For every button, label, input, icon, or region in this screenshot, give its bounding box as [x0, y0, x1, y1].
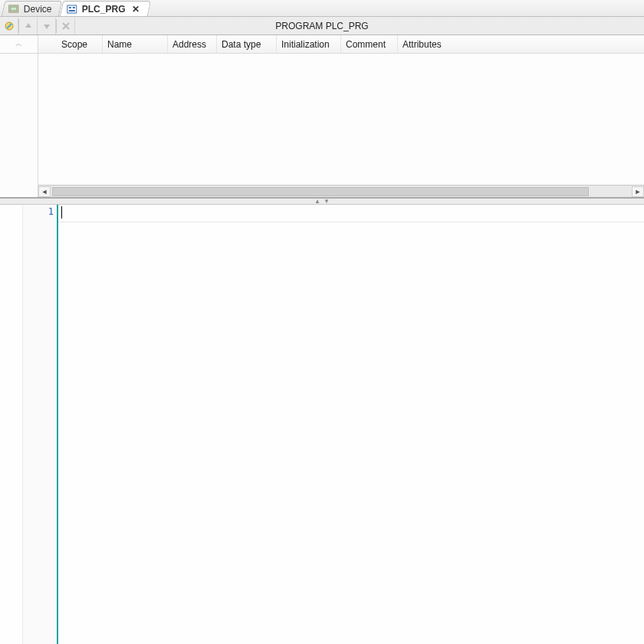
tab-device[interactable]: Device: [2, 1, 62, 16]
tab-label: PLC_PRG: [82, 4, 126, 15]
tab-label: Device: [24, 4, 52, 15]
column-attributes[interactable]: Attributes: [398, 35, 459, 53]
insert-variable-button[interactable]: [0, 18, 18, 34]
tab-strip: Device PLC_PRG ✕: [0, 0, 644, 17]
close-icon[interactable]: ✕: [130, 4, 140, 15]
scroll-left-icon[interactable]: ◄: [38, 186, 51, 197]
delete-button[interactable]: [57, 18, 75, 34]
pou-icon: [67, 4, 77, 15]
grip-up-icon: ▲: [314, 198, 320, 205]
code-editor-pane: 1: [0, 205, 644, 644]
line-separator: [58, 222, 644, 222]
column-datatype[interactable]: Data type: [217, 35, 277, 53]
text-caret: [61, 206, 62, 219]
column-initialization[interactable]: Initialization: [277, 35, 341, 53]
column-address[interactable]: Address: [168, 35, 217, 53]
code-line-number-gutter: 1: [23, 205, 58, 644]
scroll-thumb[interactable]: [52, 187, 589, 196]
declaration-toolbar: PROGRAM PLC_PRG: [0, 17, 644, 35]
code-breakpoint-margin[interactable]: [0, 205, 23, 644]
svg-rect-1: [11, 7, 17, 11]
column-comment[interactable]: Comment: [341, 35, 398, 53]
grip-down-icon: ▼: [324, 198, 330, 205]
move-up-button[interactable]: [19, 18, 38, 34]
expand-collapse-icon[interactable]: ︿: [15, 39, 22, 49]
device-icon: [8, 4, 19, 15]
declaration-rows[interactable]: [38, 54, 644, 185]
pane-splitter[interactable]: ▲ ▼: [0, 199, 644, 205]
move-down-button[interactable]: [38, 18, 56, 34]
program-title: PROGRAM PLC_PRG: [0, 21, 644, 31]
column-name[interactable]: Name: [103, 35, 168, 53]
horizontal-scrollbar[interactable]: ◄ ►: [38, 185, 644, 197]
line-number: 1: [23, 206, 54, 217]
tab-plc-prg[interactable]: PLC_PRG ✕: [60, 1, 151, 16]
scroll-right-icon[interactable]: ►: [632, 186, 644, 197]
column-scope[interactable]: Scope: [57, 35, 103, 53]
declaration-pane: ︿ Scope Name Address Data type Initializ…: [0, 35, 644, 199]
code-text-area[interactable]: [58, 205, 644, 644]
declaration-gutter: ︿: [0, 35, 38, 197]
declaration-header: Scope Name Address Data type Initializat…: [38, 35, 644, 54]
